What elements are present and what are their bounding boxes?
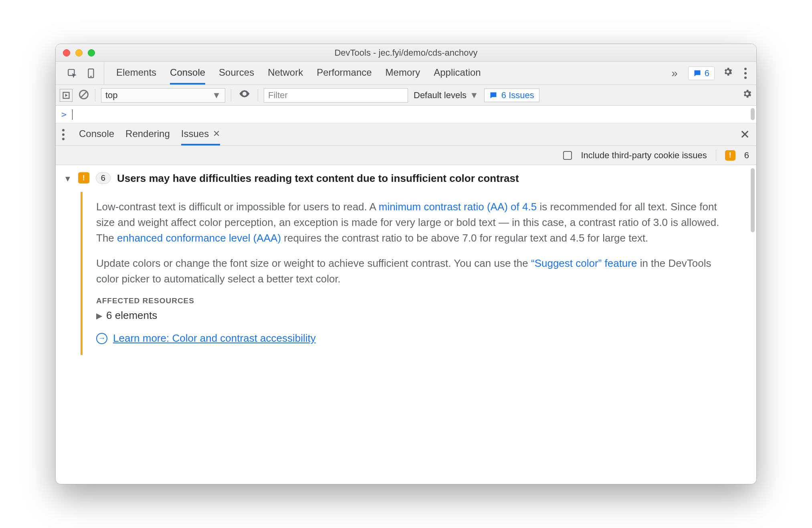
chevron-right-icon: ▶: [96, 311, 102, 320]
context-value: top: [105, 90, 118, 101]
tab-memory[interactable]: Memory: [386, 62, 420, 85]
gear-icon: [723, 67, 733, 77]
contrast-aaa-link[interactable]: enhanced conformance level (AAA): [117, 232, 281, 244]
divider: [231, 89, 231, 101]
drawer-tab-issues[interactable]: Issues ✕: [181, 123, 220, 145]
toggle-sidebar-button[interactable]: [60, 89, 73, 102]
filter-input[interactable]: [264, 88, 408, 103]
tab-label: Elements: [116, 67, 156, 78]
drawer-more-button[interactable]: [60, 129, 68, 140]
tab-label: Memory: [386, 67, 420, 78]
scrollbar-thumb[interactable]: [751, 168, 755, 232]
issue-icon: [489, 91, 497, 99]
titlebar: DevTools - jec.fyi/demo/cds-anchovy: [56, 44, 756, 62]
issue-paragraph: Update colors or change the font size or…: [96, 256, 735, 287]
expand-toggle-icon[interactable]: ▼: [64, 172, 72, 183]
svg-line-6: [81, 91, 87, 97]
console-settings-button[interactable]: [742, 89, 752, 102]
scrollbar-thumb[interactable]: [751, 108, 755, 120]
learn-more-row: → Learn more: Color and contrast accessi…: [96, 332, 735, 345]
tab-console[interactable]: Console: [170, 62, 205, 85]
divider: [95, 89, 95, 101]
close-tab-icon[interactable]: ✕: [213, 129, 220, 139]
issue-detail: Low-contrast text is difficult or imposs…: [81, 192, 747, 355]
issues-count-label: 6 Issues: [501, 90, 534, 101]
contrast-aa-link[interactable]: minimum contrast ratio (AA) of 4.5: [379, 201, 537, 213]
drawer-tab-label: Rendering: [125, 128, 170, 139]
settings-button[interactable]: [723, 67, 733, 80]
affected-resources-heading: AFFECTED RESOURCES: [96, 296, 735, 305]
tab-label: Application: [434, 67, 481, 78]
divider: [258, 89, 258, 101]
main-tabbar: Elements Console Sources Network Perform…: [56, 62, 756, 85]
more-tabs-button[interactable]: »: [669, 67, 680, 80]
console-prompt[interactable]: >: [56, 106, 756, 123]
suggest-color-link[interactable]: “Suggest color” feature: [531, 257, 637, 269]
warning-badge-icon: !: [725, 150, 735, 161]
issue-icon: [693, 69, 701, 77]
clear-console-button[interactable]: [78, 89, 89, 102]
warning-badge-icon: !: [78, 172, 89, 183]
issue-count-pill: 6: [96, 172, 111, 184]
issues-options-bar: Include third-party cookie issues ! 6: [56, 146, 756, 165]
chevron-double-right-icon: »: [671, 67, 678, 79]
drawer-tab-rendering[interactable]: Rendering: [125, 123, 170, 145]
issues-total-count: 6: [744, 150, 749, 161]
issues-chip-count: 6: [705, 68, 709, 79]
log-levels-label: Default levels: [414, 90, 467, 101]
text-caret: [72, 109, 73, 120]
issues-panel: ▼ ! 6 Users may have difficulties readin…: [56, 165, 756, 484]
tab-label: Performance: [317, 67, 372, 78]
issue-header-row[interactable]: ▼ ! 6 Users may have difficulties readin…: [56, 165, 756, 185]
close-drawer-button[interactable]: ✕: [740, 127, 752, 141]
prompt-glyph: >: [61, 109, 67, 119]
affected-elements-expander[interactable]: ▶ 6 elements: [96, 309, 735, 322]
tab-sources[interactable]: Sources: [219, 62, 254, 85]
divider: [716, 149, 716, 161]
console-toolbar: top ▼ Default levels ▼ 6 Issues: [56, 85, 756, 106]
inspect-element-icon[interactable]: [65, 67, 79, 80]
issue-title: Users may have difficulties reading text…: [117, 172, 519, 185]
open-issues-button[interactable]: 6 Issues: [484, 89, 539, 102]
live-expression-button[interactable]: [237, 88, 252, 103]
drawer-tab-label: Console: [79, 128, 114, 139]
issue-paragraph: Low-contrast text is difficult or imposs…: [96, 199, 735, 246]
third-party-cookies-label: Include third-party cookie issues: [581, 150, 707, 161]
tab-network[interactable]: Network: [268, 62, 303, 85]
tab-label: Console: [170, 67, 205, 78]
more-options-button[interactable]: [741, 68, 750, 79]
tab-application[interactable]: Application: [434, 62, 481, 85]
chevron-down-icon: ▼: [212, 90, 221, 101]
drawer-tab-console[interactable]: Console: [79, 123, 114, 145]
drawer-tab-label: Issues: [181, 128, 209, 139]
external-link-icon: →: [96, 333, 107, 344]
drawer-tabbar: Console Rendering Issues ✕ ✕: [56, 123, 756, 146]
ban-icon: [78, 89, 89, 100]
tab-elements[interactable]: Elements: [116, 62, 156, 85]
devtools-window: DevTools - jec.fyi/demo/cds-anchovy Elem…: [55, 44, 757, 484]
chevron-down-icon: ▼: [470, 90, 479, 101]
play-in-box-icon: [63, 92, 70, 99]
context-selector[interactable]: top ▼: [101, 88, 225, 103]
device-toolbar-icon[interactable]: [85, 67, 98, 80]
gear-icon: [742, 89, 752, 99]
log-levels-selector[interactable]: Default levels ▼: [414, 90, 479, 101]
tab-label: Sources: [219, 67, 254, 78]
issues-chip[interactable]: 6: [688, 67, 715, 80]
tab-performance[interactable]: Performance: [317, 62, 372, 85]
svg-marker-4: [65, 94, 68, 97]
tab-label: Network: [268, 67, 303, 78]
eye-icon: [238, 88, 250, 100]
affected-elements-label: 6 elements: [106, 309, 157, 322]
window-title: DevTools - jec.fyi/demo/cds-anchovy: [56, 48, 756, 58]
third-party-cookies-checkbox[interactable]: [563, 151, 572, 160]
learn-more-link[interactable]: Learn more: Color and contrast accessibi…: [113, 332, 316, 345]
